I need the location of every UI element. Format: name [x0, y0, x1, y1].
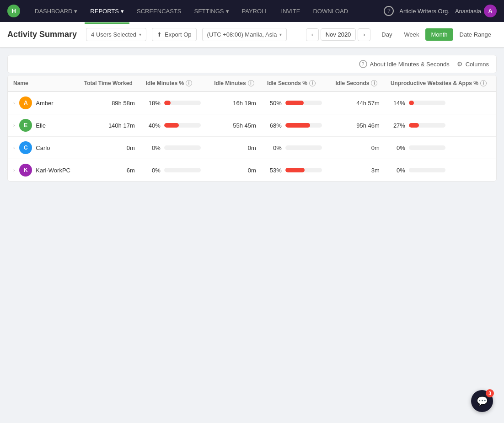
avatar: K — [19, 164, 32, 177]
col-total-time: Total Time Worked — [79, 75, 140, 91]
date-navigation: ‹ Nov 2020 › — [306, 28, 371, 41]
nav-screencasts[interactable]: SCREENCASTS — [131, 5, 187, 17]
cell-idle-sec: 95h 46m — [330, 114, 385, 137]
cell-unproductive: 0% — [385, 137, 496, 159]
tab-day[interactable]: Day — [376, 28, 397, 41]
gear-icon: ⚙ — [457, 60, 463, 68]
expand-icon[interactable]: › — [13, 145, 15, 150]
user-name: Amber — [36, 100, 53, 107]
nav-invite[interactable]: INVITE — [276, 5, 306, 17]
user-name: Karl-WorkPC — [36, 167, 70, 174]
cell-idle-min-pct: 0% — [140, 137, 209, 159]
info-icon[interactable]: i — [480, 80, 487, 86]
cell-total-time: 140h 17m — [79, 114, 140, 137]
col-idle-min: Idle Minutes i — [209, 75, 262, 91]
users-selected-button[interactable]: 4 Users Selected ▾ — [86, 28, 146, 41]
tab-week[interactable]: Week — [398, 28, 424, 41]
cell-idle-sec-pct: 0% — [262, 137, 330, 159]
app-logo[interactable]: H — [7, 5, 20, 17]
cell-name: › C Carlo — [8, 137, 79, 159]
table-header-row: Name Total Time Worked Idle Minutes % i … — [8, 75, 496, 91]
col-unproductive: Unproductive Websites & Apps % i — [385, 75, 496, 91]
export-button[interactable]: ⬆ Export Op — [152, 28, 197, 41]
expand-icon[interactable]: › — [13, 168, 15, 173]
progress-bar — [164, 168, 201, 172]
avatar: A — [484, 5, 497, 17]
activity-table: Name Total Time Worked Idle Minutes % i … — [7, 75, 497, 182]
tab-date-range[interactable]: Date Range — [454, 28, 497, 41]
cell-total-time: 89h 58m — [79, 91, 140, 114]
col-name: Name — [8, 75, 79, 91]
nav-download[interactable]: DOWNLOAD — [307, 5, 354, 17]
avatar: E — [19, 119, 32, 132]
cell-name: › E Elle — [8, 114, 79, 137]
period-tabs: Day Week Month Date Range — [376, 28, 497, 41]
info-icon[interactable]: i — [309, 80, 316, 86]
user-menu[interactable]: Anastasia A — [455, 5, 497, 17]
info-icon[interactable]: i — [371, 80, 377, 86]
cell-unproductive: 27% — [385, 114, 496, 137]
cell-idle-sec: 0m — [330, 137, 385, 159]
tab-month[interactable]: Month — [425, 28, 453, 41]
cell-idle-sec-pct: 68% — [262, 114, 330, 137]
progress-bar — [164, 123, 201, 128]
next-date-button[interactable]: › — [358, 28, 370, 41]
cell-idle-min-pct: 40% — [140, 114, 209, 137]
info-bar: ? About Idle Minutes & Seconds ⚙ Columns — [7, 55, 497, 73]
cell-idle-sec: 44h 57m — [330, 91, 385, 114]
table-row: › C Carlo 0m 0% 0m 0% 0m 0% — [8, 137, 496, 159]
table-row: › A Amber 89h 58m 18% 16h 19m 50% 44h 57… — [8, 91, 496, 114]
cell-idle-min: 0m — [209, 137, 262, 159]
chevron-down-icon: ▾ — [226, 8, 229, 15]
expand-icon[interactable]: › — [13, 123, 15, 128]
cell-total-time: 0m — [79, 137, 140, 159]
chevron-down-icon: ▾ — [74, 8, 77, 15]
cell-idle-sec-pct: 53% — [262, 159, 330, 182]
table-row: › K Karl-WorkPC 6m 0% 0m 53% 3m 0% — [8, 159, 496, 182]
cell-idle-sec-pct: 50% — [262, 91, 330, 114]
toolbar: Activity Summary 4 Users Selected ▾ ⬆ Ex… — [0, 22, 504, 48]
upload-icon: ⬆ — [157, 31, 162, 38]
col-idle-sec: Idle Seconds i — [330, 75, 385, 91]
nav-right: ? Article Writers Org. Anastasia A — [384, 5, 497, 17]
cell-idle-min-pct: 0% — [140, 159, 209, 182]
nav-settings[interactable]: SETTINGS ▾ — [189, 5, 235, 17]
navbar: H DASHBOARD ▾ REPORTS ▾ SCREENCASTS SETT… — [0, 0, 504, 22]
cell-total-time: 6m — [79, 159, 140, 182]
progress-bar — [409, 101, 445, 105]
help-icon[interactable]: ? — [384, 6, 394, 16]
info-icon: ? — [359, 60, 367, 68]
progress-bar — [409, 145, 445, 150]
avatar: A — [19, 96, 32, 109]
avatar: C — [19, 141, 32, 154]
cell-unproductive: 0% — [385, 159, 496, 182]
cell-idle-sec: 3m — [330, 159, 385, 182]
cell-unproductive: 14% — [385, 91, 496, 114]
main-content: ? About Idle Minutes & Seconds ⚙ Columns… — [0, 48, 504, 189]
about-idle-button[interactable]: ? About Idle Minutes & Seconds — [359, 60, 450, 68]
nav-items: DASHBOARD ▾ REPORTS ▾ SCREENCASTS SETTIN… — [29, 5, 384, 17]
progress-bar — [285, 168, 322, 172]
chevron-down-icon: ▾ — [121, 8, 124, 15]
info-icon[interactable]: i — [248, 80, 254, 86]
user-name: Elle — [36, 122, 46, 129]
col-idle-min-pct: Idle Minutes % i — [140, 75, 209, 91]
chevron-down-icon: ▾ — [279, 32, 282, 37]
cell-idle-min-pct: 18% — [140, 91, 209, 114]
nav-reports[interactable]: REPORTS ▾ — [85, 5, 129, 17]
cell-idle-min: 55h 45m — [209, 114, 262, 137]
org-name: Article Writers Org. — [399, 8, 450, 15]
cell-idle-min: 16h 19m — [209, 91, 262, 114]
page-title: Activity Summary — [7, 30, 77, 39]
nav-dashboard[interactable]: DASHBOARD ▾ — [29, 5, 83, 17]
timezone-button[interactable]: (UTC +08:00) Manila, Asia ▾ — [202, 28, 287, 41]
nav-payroll[interactable]: PAYROLL — [236, 5, 274, 17]
user-name: Carlo — [36, 145, 50, 151]
columns-button[interactable]: ⚙ Columns — [457, 60, 489, 68]
table-row: › E Elle 140h 17m 40% 55h 45m 68% 95h 46… — [8, 114, 496, 137]
info-icon[interactable]: i — [186, 80, 192, 86]
prev-date-button[interactable]: ‹ — [306, 28, 319, 41]
progress-bar — [409, 168, 445, 172]
chevron-down-icon: ▾ — [139, 32, 141, 37]
expand-icon[interactable]: › — [13, 101, 15, 106]
